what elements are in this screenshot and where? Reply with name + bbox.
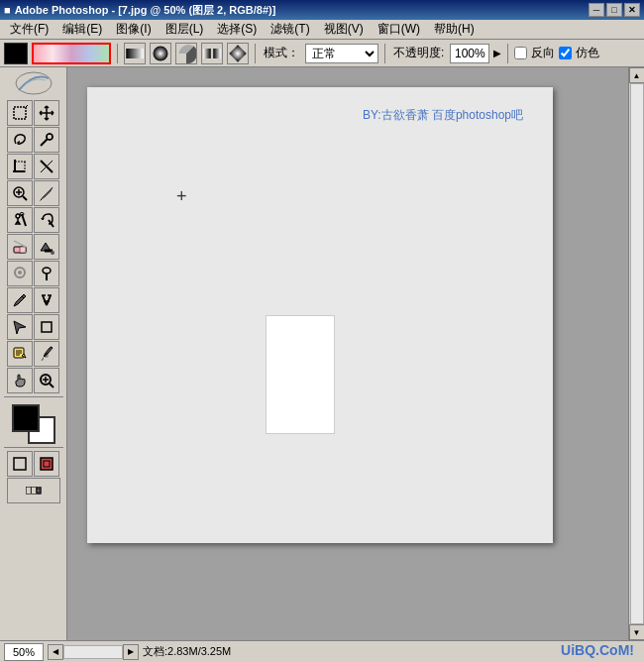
uibq-watermark: UiBQ.CoM! xyxy=(561,642,634,658)
eraser-tool[interactable] xyxy=(7,234,33,260)
gradient-reflected-icon[interactable] xyxy=(201,43,223,64)
tool-row-11 xyxy=(7,368,59,393)
tool-row-8 xyxy=(7,287,59,313)
zoom-tool[interactable] xyxy=(34,368,59,393)
eyedropper-tool[interactable] xyxy=(34,341,59,367)
doc-size: 文档:2.83M/3.25M xyxy=(143,644,231,659)
menu-filter[interactable]: 滤镜(T) xyxy=(265,19,315,40)
menu-layer[interactable]: 图层(L) xyxy=(160,19,210,40)
canvas-container: BY:古欲香萧 百度photoshop吧 + xyxy=(87,87,553,543)
text-tool[interactable] xyxy=(34,287,59,313)
svg-rect-50 xyxy=(31,488,36,495)
tool-row-2 xyxy=(7,127,59,153)
gradient-radial-icon[interactable] xyxy=(150,43,171,64)
shape-tool[interactable] xyxy=(34,314,59,340)
brush-tool[interactable] xyxy=(34,180,59,206)
canvas-inner[interactable]: BY:古欲香萧 百度photoshop吧 + xyxy=(87,87,553,543)
magic-wand-tool[interactable] xyxy=(34,127,59,153)
svg-marker-4 xyxy=(229,45,247,62)
reverse-label: 反向 xyxy=(531,45,555,61)
close-button[interactable]: ✕ xyxy=(624,3,640,17)
gradient-linear-icon[interactable] xyxy=(124,43,146,64)
foreground-color-swatch[interactable] xyxy=(12,404,40,432)
reverse-checkbox[interactable] xyxy=(514,47,527,59)
heal-tool[interactable] xyxy=(7,180,33,206)
marquee-rect-tool[interactable] xyxy=(7,100,33,126)
clone-tool[interactable] xyxy=(7,207,33,233)
tool-row-mask xyxy=(7,451,59,477)
opacity-input[interactable] xyxy=(450,44,489,63)
title-text: Adobe Photoshop - [7.jpg @ 50% (图层 2, RG… xyxy=(15,3,276,18)
simulate-checkbox[interactable] xyxy=(559,47,572,59)
tool-row-5 xyxy=(7,207,59,233)
scroll-track-vertical[interactable] xyxy=(630,83,644,624)
tool-row-3 xyxy=(7,154,59,179)
toolbar-sep-1 xyxy=(117,44,118,63)
svg-point-21 xyxy=(16,214,20,218)
blur-tool[interactable] xyxy=(7,261,33,286)
scroll-right-button[interactable]: ▶ xyxy=(123,644,139,660)
tool-row-9 xyxy=(7,314,59,340)
opacity-arrow[interactable]: ▶ xyxy=(493,48,501,58)
toolbar-sep-4 xyxy=(507,44,508,63)
hand-tool[interactable] xyxy=(7,368,33,393)
svg-rect-46 xyxy=(14,458,26,470)
menu-window[interactable]: 窗口(W) xyxy=(372,19,426,40)
horizontal-scrollbar: ◀ ▶ xyxy=(48,644,139,660)
mode-select[interactable]: 正常 溶解 正片叠底 xyxy=(305,44,378,63)
horizontal-scroll-track[interactable] xyxy=(63,645,123,659)
tool-separator-2 xyxy=(4,447,63,448)
history-brush-tool[interactable] xyxy=(34,207,59,233)
restore-button[interactable]: □ xyxy=(606,3,622,17)
pen-tool[interactable] xyxy=(7,287,33,313)
notes-tool[interactable] xyxy=(7,341,33,367)
mode-label: 模式： xyxy=(264,45,299,61)
status-bar: 50% ◀ ▶ 文档:2.83M/3.25M UiBQ.CoM! xyxy=(0,640,644,662)
scroll-left-button[interactable]: ◀ xyxy=(48,644,63,660)
canvas-cursor: + xyxy=(176,186,187,207)
menu-file[interactable]: 文件(F) xyxy=(4,19,54,40)
menu-select[interactable]: 选择(S) xyxy=(211,19,263,40)
svg-point-28 xyxy=(51,251,54,255)
dodge-tool[interactable] xyxy=(34,261,59,286)
standard-mode-button[interactable] xyxy=(7,451,33,477)
svg-line-20 xyxy=(23,196,27,200)
canvas-area[interactable]: BY:古欲香萧 百度photoshop吧 + xyxy=(67,67,628,640)
fill-tool[interactable] xyxy=(34,234,59,260)
title-bar-left: ■ Adobe Photoshop - [7.jpg @ 50% (图层 2, … xyxy=(4,3,275,18)
svg-rect-47 xyxy=(41,458,53,470)
tool-row-7 xyxy=(7,261,59,286)
gradient-diamond-icon[interactable] xyxy=(227,43,249,64)
svg-point-5 xyxy=(16,72,52,94)
lasso-tool[interactable] xyxy=(7,127,33,153)
zoom-display[interactable]: 50% xyxy=(4,643,44,661)
path-select-tool[interactable] xyxy=(7,314,33,340)
canvas-layer-rect xyxy=(266,315,335,434)
menu-edit[interactable]: 编辑(E) xyxy=(56,19,108,40)
screen-mode-button[interactable] xyxy=(7,478,60,503)
toolbar-fg-color[interactable] xyxy=(4,43,28,64)
slice-tool[interactable] xyxy=(34,154,59,179)
toolbox xyxy=(0,67,67,640)
svg-point-31 xyxy=(43,268,51,274)
menu-help[interactable]: 帮助(H) xyxy=(428,19,481,40)
svg-line-43 xyxy=(50,384,54,387)
toolbar-sep-3 xyxy=(384,44,385,63)
scroll-down-button[interactable]: ▼ xyxy=(629,624,645,640)
color-boxes xyxy=(12,404,55,444)
svg-line-7 xyxy=(41,139,48,146)
main-layout: BY:古欲香萧 百度photoshop吧 + ▲ ▼ xyxy=(0,67,644,640)
minimize-button[interactable]: ─ xyxy=(589,3,604,17)
tool-row-6 xyxy=(7,234,59,260)
quick-mask-button[interactable] xyxy=(34,451,59,477)
scroll-up-button[interactable]: ▲ xyxy=(629,67,645,83)
menu-view[interactable]: 视图(V) xyxy=(318,19,370,40)
svg-line-27 xyxy=(14,241,26,247)
gradient-angle-icon[interactable] xyxy=(175,43,197,64)
svg-rect-49 xyxy=(26,488,31,495)
crop-tool[interactable] xyxy=(7,154,33,179)
gradient-picker[interactable] xyxy=(32,43,111,64)
move-tool[interactable] xyxy=(34,100,59,126)
menu-image[interactable]: 图像(I) xyxy=(110,19,157,40)
tool-row-1 xyxy=(7,100,59,126)
